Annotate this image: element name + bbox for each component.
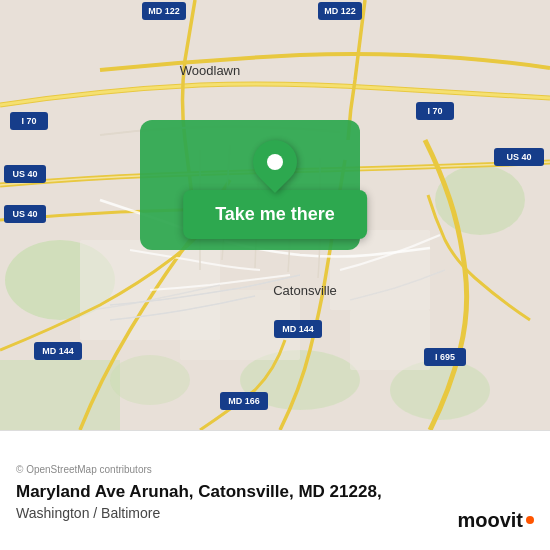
svg-text:US 40: US 40 [12,209,37,219]
moovit-logo: moovit [457,509,534,532]
moovit-text: moovit [457,509,523,532]
svg-point-5 [110,355,190,405]
pin-inner [267,154,283,170]
svg-text:US 40: US 40 [506,152,531,162]
svg-text:MD 166: MD 166 [228,396,260,406]
svg-text:MD 122: MD 122 [148,6,180,16]
map-container: I 70 MD 122 MD 122 I 70 US 40 US 40 US 4… [0,0,550,430]
svg-text:MD 122: MD 122 [324,6,356,16]
map-pin [253,140,297,184]
svg-text:Woodlawn: Woodlawn [180,63,240,78]
svg-text:MD 144: MD 144 [282,324,314,334]
copyright-text: © OpenStreetMap contributors [16,464,534,475]
region-line: Washington / Baltimore [16,505,534,521]
take-me-there-button[interactable]: Take me there [183,190,367,239]
svg-text:US 40: US 40 [12,169,37,179]
moovit-dot [526,516,534,524]
pin-outer [244,131,306,193]
svg-text:I 695: I 695 [435,352,455,362]
svg-text:I 70: I 70 [21,116,36,126]
svg-text:MD 144: MD 144 [42,346,74,356]
svg-rect-9 [350,310,430,370]
svg-text:I 70: I 70 [427,106,442,116]
svg-text:Catonsville: Catonsville [273,283,337,298]
address-line: Maryland Ave Arunah, Catonsville, MD 212… [16,481,534,503]
svg-rect-3 [0,360,120,430]
info-panel: © OpenStreetMap contributors Maryland Av… [0,430,550,550]
